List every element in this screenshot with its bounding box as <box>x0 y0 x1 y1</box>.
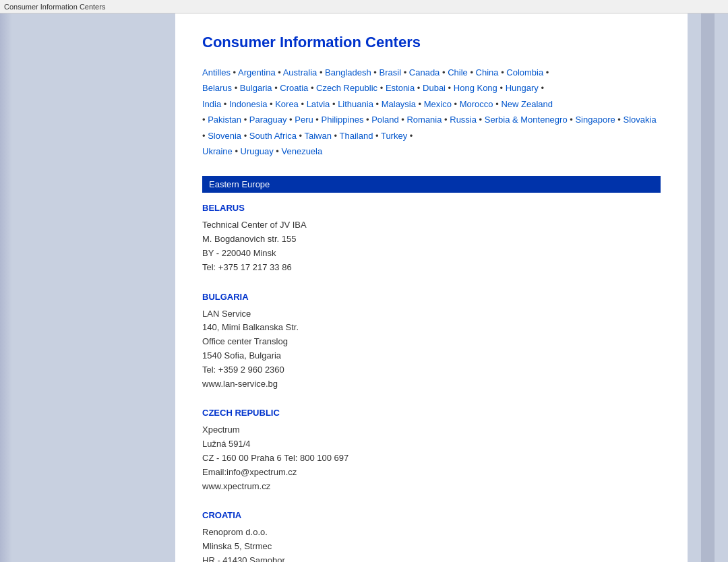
link-taiwan[interactable]: Taiwan <box>304 131 331 141</box>
country-title-czech-republic: CZECH REPUBLIC <box>202 408 661 418</box>
country-section-croatia: CROATIA Renoprom d.o.o. Mlinska 5, Strme… <box>202 510 661 562</box>
link-latvia[interactable]: Latvia <box>307 99 330 109</box>
links-section: Antilles • Argentina • Australia • Bangl… <box>202 65 661 159</box>
link-antilles[interactable]: Antilles <box>202 67 231 77</box>
link-uruguay[interactable]: Uruguay <box>241 146 274 156</box>
section-header-eastern-europe: Eastern Europe <box>202 176 661 193</box>
link-hong-kong[interactable]: Hong Kong <box>454 83 497 93</box>
link-poland[interactable]: Poland <box>371 115 398 125</box>
link-serbia-montenegro[interactable]: Serbia & Montenegro <box>485 115 568 125</box>
link-ukraine[interactable]: Ukraine <box>202 146 233 156</box>
page-title: Consumer Information Centers <box>202 34 661 51</box>
content-area: Consumer Information Centers Antilles • … <box>175 13 688 562</box>
link-korea[interactable]: Korea <box>275 99 299 109</box>
country-title-belarus: BELARUS <box>202 203 661 213</box>
link-south-africa[interactable]: South Africa <box>249 131 297 141</box>
country-info-bulgaria: LAN Service 140, Mimi Balkanska Str. Off… <box>202 307 661 392</box>
link-argentina[interactable]: Argentina <box>238 67 276 77</box>
link-china[interactable]: China <box>476 67 499 77</box>
link-romania[interactable]: Romania <box>406 115 442 125</box>
country-info-czech-republic: Xpectrum Lužná 591/4 CZ - 160 00 Praha 6… <box>202 423 661 493</box>
link-slovenia[interactable]: Slovenia <box>208 131 241 141</box>
link-indonesia[interactable]: Indonesia <box>229 99 267 109</box>
sidebar-right <box>688 13 728 562</box>
link-czech-republic[interactable]: Czech Republic <box>316 83 377 93</box>
link-india[interactable]: India <box>202 99 221 109</box>
link-bulgaria[interactable]: Bulgaria <box>240 83 272 93</box>
link-estonia[interactable]: Estonia <box>386 83 415 93</box>
link-venezuela[interactable]: Venezuela <box>282 146 323 156</box>
link-lithuania[interactable]: Lithuania <box>338 99 373 109</box>
link-thailand[interactable]: Thailand <box>340 131 373 141</box>
title-bar-text: Consumer Information Centers <box>4 3 105 11</box>
link-morocco[interactable]: Morocco <box>460 99 493 109</box>
country-section-bulgaria: BULGARIA LAN Service 140, Mimi Balkanska… <box>202 292 661 392</box>
country-section-belarus: BELARUS Technical Center of JV IBA M. Bo… <box>202 203 661 274</box>
link-chile[interactable]: Chile <box>448 67 468 77</box>
title-bar: Consumer Information Centers <box>0 0 728 13</box>
country-title-croatia: CROATIA <box>202 510 661 520</box>
link-canada[interactable]: Canada <box>409 67 440 77</box>
link-russia[interactable]: Russia <box>450 115 477 125</box>
link-slovakia[interactable]: Slovakia <box>623 115 656 125</box>
link-colombia[interactable]: Colombia <box>506 67 543 77</box>
link-hungary[interactable]: Hungary <box>506 83 539 93</box>
link-malaysia[interactable]: Malaysia <box>382 99 416 109</box>
link-brasil[interactable]: Brasil <box>380 67 402 77</box>
link-dubai[interactable]: Dubai <box>423 83 446 93</box>
link-croatia[interactable]: Croatia <box>280 83 308 93</box>
country-info-belarus: Technical Center of JV IBA M. Bogdanovic… <box>202 218 661 274</box>
link-bangladesh[interactable]: Bangladesh <box>325 67 371 77</box>
link-new-zealand[interactable]: New Zealand <box>501 99 553 109</box>
sidebar-accent-left <box>0 13 12 562</box>
link-pakistan[interactable]: Pakistan <box>208 115 241 125</box>
country-info-croatia: Renoprom d.o.o. Mlinska 5, Strmec HR - 4… <box>202 526 661 562</box>
country-section-czech-republic: CZECH REPUBLIC Xpectrum Lužná 591/4 CZ -… <box>202 408 661 493</box>
link-australia[interactable]: Australia <box>283 67 317 77</box>
link-paraguay[interactable]: Paraguay <box>249 115 287 125</box>
link-turkey[interactable]: Turkey <box>381 131 407 141</box>
link-philippines[interactable]: Philippines <box>322 115 364 125</box>
link-peru[interactable]: Peru <box>295 115 313 125</box>
country-title-bulgaria: BULGARIA <box>202 292 661 302</box>
link-singapore[interactable]: Singapore <box>575 115 615 125</box>
sidebar-left <box>0 13 175 562</box>
link-mexico[interactable]: Mexico <box>424 99 452 109</box>
link-belarus[interactable]: Belarus <box>202 83 232 93</box>
